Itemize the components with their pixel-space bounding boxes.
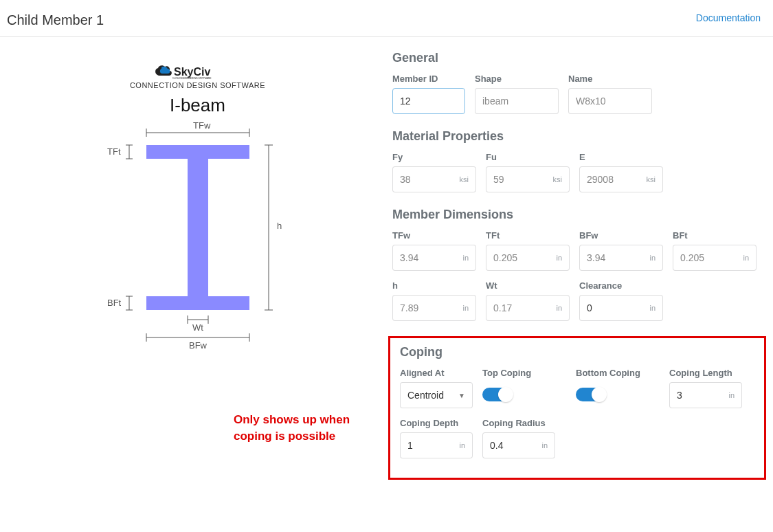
bfw-value: 3.94: [587, 252, 605, 263]
bfw-unit: in: [649, 254, 656, 262]
coping-depth-label: Coping Depth: [400, 418, 473, 428]
coping-length-value: 3: [677, 390, 682, 401]
shape-value: ibeam: [482, 96, 508, 107]
clearance-unit: in: [649, 304, 656, 312]
name-label: Name: [568, 74, 652, 84]
brand: SkyCiv CLOUD ENGINEERING SOFTWARE CONNEC…: [7, 65, 388, 89]
bfw-input: 3.94 in: [579, 245, 663, 271]
tft-unit: in: [556, 254, 562, 262]
diagram-label-bft: BFt: [107, 298, 122, 308]
material-section: Material Properties Fy 38 ksi Fu 59 ksi: [388, 129, 766, 192]
e-input: 29008 ksi: [579, 166, 663, 192]
diagram-label-h: h: [277, 221, 282, 231]
bfw-label: BFw: [579, 230, 663, 241]
page-title: Child Member 1: [7, 12, 104, 28]
brand-logo: SkyCiv CLOUD ENGINEERING SOFTWARE: [7, 65, 388, 80]
name-input: W8x10: [568, 88, 652, 114]
fy-input: 38 ksi: [392, 166, 476, 192]
clearance-input[interactable]: 0 in: [579, 295, 663, 321]
tfw-unit: in: [462, 254, 469, 262]
fy-unit: ksi: [460, 175, 469, 184]
fu-value: 59: [493, 174, 504, 185]
svg-text:SkyCiv: SkyCiv: [174, 66, 210, 78]
diagram-label-wt: Wt: [192, 322, 203, 333]
tft-input: 0.205 in: [486, 245, 570, 271]
svg-rect-2: [146, 145, 249, 159]
coping-depth-value: 1: [407, 440, 413, 451]
bft-unit: in: [743, 254, 749, 262]
tfw-input: 3.94 in: [392, 245, 476, 271]
dimensions-title: Member Dimensions: [392, 208, 766, 222]
svg-rect-4: [146, 296, 249, 310]
tfw-value: 3.94: [400, 252, 418, 263]
wt-value: 0.17: [493, 302, 512, 313]
h-unit: in: [462, 304, 469, 312]
shape-label: Shape: [475, 74, 559, 84]
coping-depth-input[interactable]: 1 in: [400, 432, 473, 458]
coping-length-label: Coping Length: [669, 368, 742, 378]
material-title: Material Properties: [392, 129, 766, 144]
bft-value: 0.205: [680, 252, 704, 263]
documentation-link[interactable]: Documentation: [696, 12, 761, 23]
aligned-at-select[interactable]: Centroid ▼: [400, 382, 473, 408]
svg-rect-3: [188, 159, 208, 296]
top-coping-toggle[interactable]: [482, 388, 513, 401]
fu-label: Fu: [486, 152, 570, 162]
wt-label: Wt: [486, 280, 570, 291]
h-label: h: [392, 280, 476, 291]
fy-value: 38: [400, 174, 411, 185]
general-section: General Member ID 12 Shape ibeam Name: [388, 51, 766, 114]
fy-label: Fy: [392, 152, 476, 162]
aligned-at-value: Centroid: [407, 390, 444, 401]
tfw-label: TFw: [392, 230, 476, 241]
svg-text:CLOUD ENGINEERING SOFTWARE: CLOUD ENGINEERING SOFTWARE: [172, 77, 212, 80]
coping-radius-value: 0.4: [490, 440, 503, 451]
diagram-label-bfw: BFw: [189, 340, 208, 351]
member-id-label: Member ID: [392, 74, 465, 84]
ibeam-diagram: TFw TFt BFt: [7, 119, 388, 353]
wt-unit: in: [556, 304, 562, 312]
fu-input: 59 ksi: [486, 166, 570, 192]
coping-radius-unit: in: [541, 441, 548, 450]
top-coping-label: Top Coping: [482, 368, 566, 378]
member-id-input[interactable]: 12: [392, 88, 465, 114]
general-title: General: [392, 51, 766, 65]
bottom-coping-label: Bottom Coping: [576, 368, 660, 378]
fu-unit: ksi: [553, 175, 562, 184]
coping-length-unit: in: [728, 391, 735, 399]
coping-title: Coping: [400, 345, 759, 359]
clearance-label: Clearance: [579, 280, 663, 291]
coping-section: Coping Aligned At Centroid ▼ Top Coping …: [388, 336, 766, 480]
coping-annotation: Only shows up when coping is possible: [234, 412, 385, 445]
tft-label: TFt: [486, 230, 570, 241]
member-id-value: 12: [400, 96, 411, 107]
dimensions-section: Member Dimensions TFw 3.94 in TFt 0.205 …: [388, 208, 766, 321]
coping-depth-unit: in: [459, 441, 465, 450]
coping-radius-label: Coping Radius: [482, 418, 555, 428]
e-label: E: [579, 152, 663, 162]
diagram-title: I-beam: [7, 95, 388, 116]
bft-input: 0.205 in: [673, 245, 757, 271]
chevron-down-icon: ▼: [458, 392, 465, 399]
diagram-label-tfw: TFw: [193, 120, 211, 131]
bottom-coping-toggle[interactable]: [576, 388, 606, 401]
h-value: 7.89: [400, 302, 418, 313]
coping-length-input[interactable]: 3 in: [669, 382, 742, 408]
h-input: 7.89 in: [392, 295, 476, 321]
e-unit: ksi: [647, 175, 656, 184]
wt-input: 0.17 in: [486, 295, 570, 321]
clearance-value: 0: [587, 302, 592, 313]
aligned-at-label: Aligned At: [400, 368, 473, 378]
name-value: W8x10: [576, 96, 606, 107]
brand-subtitle: CONNECTION DESIGN SOFTWARE: [7, 81, 388, 89]
bft-label: BFt: [673, 230, 757, 241]
coping-radius-input[interactable]: 0.4 in: [482, 432, 555, 458]
shape-input: ibeam: [475, 88, 559, 114]
e-value: 29008: [587, 174, 614, 185]
diagram-label-tft: TFt: [107, 146, 121, 157]
tft-value: 0.205: [493, 252, 517, 263]
